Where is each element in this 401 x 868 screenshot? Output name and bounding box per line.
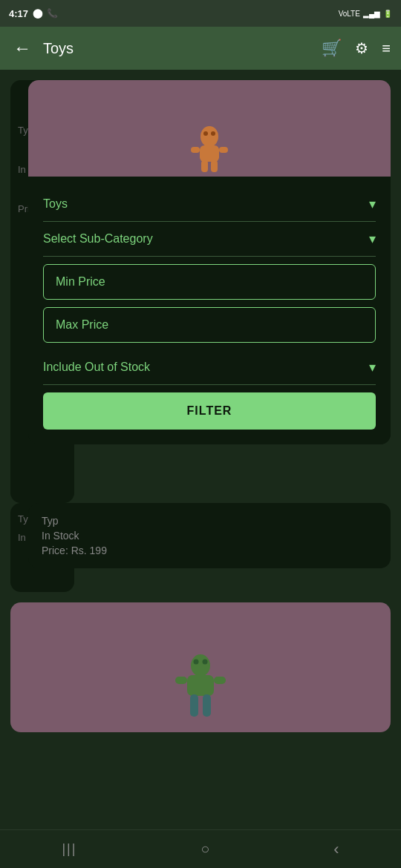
time-display: 4:17 (9, 8, 28, 19)
subcategory-label: Select Sub-Category (43, 232, 153, 246)
main-content: Typ In S Pric (0, 70, 401, 829)
category-dropdown[interactable]: Toys ▾ (43, 187, 376, 222)
svg-rect-3 (219, 147, 228, 153)
svg-rect-4 (201, 160, 208, 172)
svg-rect-9 (187, 675, 214, 696)
max-price-input[interactable] (56, 318, 363, 332)
mid-info-card: Typ In Stock Price: Rs. 199 (28, 503, 391, 568)
circle-icon: ⬤ (33, 8, 42, 19)
min-price-wrapper (43, 264, 376, 300)
svg-point-15 (203, 660, 208, 665)
hulk-figure-svg (171, 652, 230, 726)
row-3 (10, 602, 391, 732)
bottom-nav: ||| ○ ‹ (0, 829, 401, 868)
stock-dropdown[interactable]: Include Out of Stock ▾ (43, 350, 376, 385)
status-bar: 4:17 ⬤ 📞 VoLTE ▂▄▆ 🔋 (0, 0, 401, 27)
filter-sliders-icon[interactable]: ⚙ (355, 39, 368, 57)
svg-rect-13 (203, 694, 211, 717)
filter-card: Toys ▾ Select Sub-Category ▾ (28, 80, 391, 444)
nav-icons: 🛒 ⚙ ≡ (322, 39, 391, 58)
mid-type-label: Typ (42, 515, 377, 527)
svg-point-6 (203, 131, 208, 136)
stock-arrow-icon: ▾ (369, 359, 376, 375)
mid-price-label: Price: Rs. 199 (42, 545, 377, 556)
bottom-product-image (10, 602, 391, 732)
row-1: Typ In S Pric (10, 80, 391, 503)
subcategory-dropdown[interactable]: Select Sub-Category ▾ (43, 222, 376, 257)
svg-rect-10 (175, 677, 187, 684)
cart-icon[interactable]: 🛒 (322, 39, 342, 58)
filter-panel: Toys ▾ Select Sub-Category ▾ (28, 177, 391, 444)
back-nav-icon[interactable]: ‹ (333, 840, 339, 859)
signal-icon: ▂▄▆ (363, 10, 380, 18)
top-nav: ← Toys 🛒 ⚙ ≡ (0, 27, 401, 70)
svg-rect-11 (214, 677, 226, 684)
status-right: VoLTE ▂▄▆ 🔋 (339, 10, 392, 18)
phone-icon: 📞 (47, 8, 58, 19)
stock-label: Include Out of Stock (43, 361, 150, 374)
min-price-input[interactable] (56, 275, 363, 289)
home-icon[interactable]: ○ (200, 841, 209, 858)
svg-rect-1 (200, 145, 219, 162)
filter-button[interactable]: FILTER (43, 392, 376, 430)
product-image (28, 80, 391, 177)
page-title: Toys (43, 40, 313, 57)
max-price-wrapper (43, 307, 376, 343)
sort-icon[interactable]: ≡ (382, 40, 391, 57)
svg-point-8 (191, 654, 210, 677)
mid-stock-label: In Stock (42, 530, 377, 542)
recent-apps-icon[interactable]: ||| (62, 841, 76, 857)
category-label: Toys (43, 197, 68, 211)
scroll-area: Typ In S Pric (10, 80, 391, 732)
svg-rect-5 (211, 160, 218, 172)
back-button[interactable]: ← (10, 35, 34, 62)
svg-point-7 (211, 131, 215, 136)
category-arrow-icon: ▾ (369, 196, 376, 212)
row-2: Typ In S Typ In Stock Price: Rs. 199 (10, 503, 391, 592)
svg-point-0 (200, 126, 218, 147)
subcategory-arrow-icon: ▾ (369, 231, 376, 247)
toy-figure-svg (183, 122, 235, 174)
svg-rect-12 (190, 694, 198, 717)
status-left: 4:17 ⬤ 📞 (9, 8, 58, 19)
volte-icon: VoLTE (339, 10, 360, 18)
battery-icon: 🔋 (383, 10, 392, 18)
svg-point-14 (194, 660, 199, 665)
svg-rect-2 (191, 147, 200, 153)
